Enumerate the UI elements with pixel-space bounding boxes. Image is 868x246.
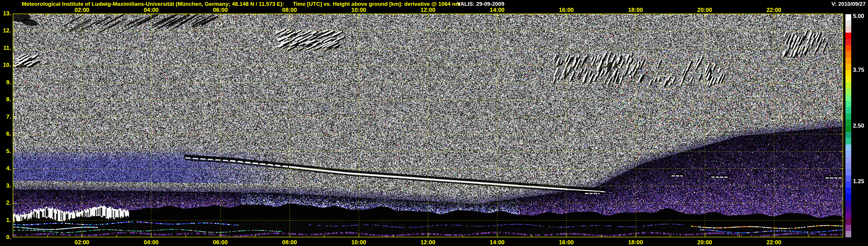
y-tick-label: 8.: [0, 96, 11, 103]
x-tick-label: 06:00: [209, 239, 232, 246]
colorbar-block: [845, 181, 851, 188]
colorbar-block: [845, 120, 851, 126]
colorbar-block: [845, 225, 851, 231]
colorbar-block: [845, 33, 851, 39]
y-tick-label: 11.: [0, 44, 11, 51]
x-tick-label: 06:00: [209, 7, 232, 13]
y-tick-label: 13.: [0, 10, 11, 17]
colorbar-block: [845, 70, 851, 76]
version-label: V: 2010/09/27: [832, 1, 866, 7]
y-tick-label: 12.: [0, 27, 11, 34]
colorbar-block: [845, 64, 851, 70]
y-tick-label: 7.: [0, 114, 11, 120]
x-tick-label: 12:00: [416, 239, 439, 246]
x-tick-label: 04:00: [140, 7, 163, 13]
lidar-quicklook-app: Meteorological Institute of Ludwig-Maxim…: [0, 0, 868, 246]
colorbar-block: [845, 76, 851, 82]
y-tick-label: 2.: [0, 199, 11, 206]
x-tick-label: 08:00: [278, 239, 301, 246]
colorbar-block: [845, 231, 851, 237]
colorbar-block: [845, 138, 851, 144]
colorbar-block: [845, 58, 851, 64]
x-tick-label: 22:00: [763, 239, 785, 246]
colorbar-tick-label: 5.00: [853, 13, 864, 20]
y-tick-label: 1.: [0, 217, 11, 223]
x-tick-label: 22:00: [763, 7, 785, 13]
colorbar-block: [845, 82, 851, 88]
x-tick-label: 20:00: [693, 7, 716, 13]
x-tick-label: 14:00: [486, 7, 509, 13]
y-tick-label: 4.: [0, 165, 11, 172]
x-tick-label: 16:00: [555, 7, 578, 13]
colorbar-block: [845, 126, 851, 132]
colorbar-block: [845, 194, 851, 200]
colorbar-block: [845, 107, 851, 113]
colorbar-block: [845, 95, 851, 101]
colorbar-tick-label: 1.25: [853, 178, 864, 185]
colorbar-block: [845, 169, 851, 175]
colorbar-block: [845, 145, 851, 151]
colorbar-block: [845, 45, 851, 51]
colorbar-block: [845, 27, 851, 33]
x-tick-label: 14:00: [486, 239, 509, 246]
colorbar-block: [845, 157, 851, 163]
system-date-label: YALIS: 29-09-2009: [457, 1, 504, 7]
x-tick-label: 08:00: [278, 7, 301, 13]
colorbar-tick-label: 3.75: [853, 67, 864, 73]
x-tick-label: 10:00: [347, 7, 370, 13]
plot-axes-title: Time [UTC] vs. Height above ground [km]:…: [293, 1, 460, 7]
colorbar-block: [845, 20, 851, 26]
colorbar-block: [845, 200, 851, 206]
colorbar-block: [845, 14, 851, 20]
x-tick-label: 02:00: [70, 7, 93, 13]
colorbar-block: [845, 51, 851, 57]
colorbar-block: [845, 89, 851, 95]
colorbar-tick-label: 2.50: [853, 122, 864, 129]
y-tick-label: 10.: [0, 62, 11, 68]
x-tick-label: 16:00: [555, 239, 578, 246]
colorbar-block: [845, 101, 851, 107]
x-tick-label: 02:00: [70, 239, 93, 246]
y-tick-label: 5.: [0, 148, 11, 155]
x-tick-label: 04:00: [140, 239, 163, 246]
colorbar-block: [845, 151, 851, 157]
x-tick-label: 10:00: [347, 239, 370, 246]
x-tick-label: 18:00: [624, 239, 647, 246]
colorbar-block: [845, 175, 851, 181]
colorbar-block: [845, 163, 851, 169]
y-tick-label: 0.: [0, 234, 11, 241]
y-tick-label: 9.: [0, 79, 11, 86]
y-tick-label: 3.: [0, 182, 11, 189]
x-tick-label: 12:00: [416, 7, 439, 13]
institute-title: Meteorological Institute of Ludwig-Maxim…: [22, 1, 284, 7]
x-tick-label: 20:00: [693, 239, 716, 246]
lidar-heatmap-canvas: [13, 13, 843, 237]
colorbar-block: [845, 212, 851, 218]
colorbar-block: [845, 206, 851, 212]
colorbar-block: [845, 218, 851, 224]
y-tick-label: 6.: [0, 130, 11, 137]
colorbar-block: [845, 114, 851, 120]
x-tick-label: 18:00: [624, 7, 647, 13]
colorbar-block: [845, 39, 851, 45]
colorbar: [845, 14, 851, 237]
colorbar-block: [845, 132, 851, 138]
colorbar-block: [845, 188, 851, 194]
